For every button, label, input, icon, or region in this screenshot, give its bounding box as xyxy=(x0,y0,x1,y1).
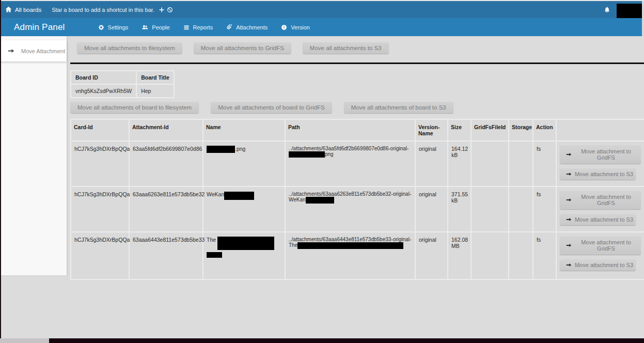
tab-reports[interactable]: Reports xyxy=(183,24,213,30)
window-left-edge xyxy=(0,0,1,343)
move-attachment-to-gridfs-button[interactable]: Move attachment to GridFS xyxy=(560,145,641,164)
path-cell: ../attachments/63aa5fd6df2b6699807e0d86-… xyxy=(285,141,415,186)
star-hint-text: Star a board to add a shortcut in this b… xyxy=(52,7,154,13)
move-board-to-s3-button[interactable]: Move all attachments of board to S3 xyxy=(344,102,453,113)
name-cell: WeKan xyxy=(203,186,285,232)
board-row: vnhg5KsZsdPwXRh5W Hep xyxy=(71,84,174,98)
path-cell: ../attachments/63aaa6443e811e573db5be33-… xyxy=(285,232,415,279)
gridfsfileid-header: GridFsFileId xyxy=(471,119,509,141)
move-attachment-to-gridfs-button[interactable]: Move attachment to GridFS xyxy=(560,236,641,255)
no-entry-icon[interactable] xyxy=(167,7,173,13)
board-table: Board ID Board Title vnhg5KsZsdPwXRh5W H… xyxy=(70,70,175,98)
admin-header-bar: Admin Panel Settings People Reports Atta… xyxy=(0,18,644,36)
size-header: Size xyxy=(448,119,471,141)
redacted-box xyxy=(207,252,222,258)
board-buttons-row: Move all attachments of board to filesys… xyxy=(70,102,644,113)
arrow-right-icon xyxy=(566,197,572,203)
all-boards-label: All boards xyxy=(15,7,41,13)
redacted-user-menu[interactable] xyxy=(617,4,644,18)
size-cell: 371.55 kB xyxy=(448,186,471,232)
buttons-header xyxy=(556,119,644,141)
gear-icon xyxy=(98,24,104,30)
sidebar-item-label: Move Attachment xyxy=(21,48,65,54)
section-divider xyxy=(70,63,644,64)
attachment-id-header: Attachment-Id xyxy=(129,119,203,141)
all-boards-link[interactable]: All boards xyxy=(5,6,41,13)
tab-version[interactable]: Version xyxy=(281,24,310,30)
row-actions-cell: Move attachment to GridFS Move attachmen… xyxy=(556,141,644,186)
info-icon xyxy=(281,24,287,30)
arrow-right-icon xyxy=(566,262,572,268)
move-board-to-gridfs-button[interactable]: Move all attachments of board to GridFS xyxy=(211,102,332,113)
move-all-to-filesystem-button[interactable]: Move all attachments to filesystem xyxy=(77,42,182,54)
move-attachment-to-s3-button[interactable]: Move attachment to S3 xyxy=(560,214,636,225)
list-icon xyxy=(183,24,190,30)
paperclip-icon xyxy=(226,24,232,30)
gridfsfileid-cell xyxy=(471,186,509,232)
tab-settings[interactable]: Settings xyxy=(98,24,129,30)
arrow-right-icon xyxy=(566,217,572,223)
path-header: Path xyxy=(285,119,415,141)
action-cell: fs xyxy=(533,141,556,186)
size-cell: 162.08 MB xyxy=(448,232,471,279)
content-area: Move Attachment Move all attachments to … xyxy=(0,36,644,343)
redacted-box xyxy=(224,192,254,200)
move-board-to-filesystem-button[interactable]: Move all attachments of board to filesys… xyxy=(70,102,199,113)
redacted-box xyxy=(207,146,235,153)
gridfsfileid-cell xyxy=(471,141,509,186)
table-row: hCJ7kSg3hDXrBpQQa 63aaa6443e811e573db5be… xyxy=(71,232,644,279)
size-cell: 164.12 kB xyxy=(448,141,471,186)
move-attachment-to-gridfs-button[interactable]: Move attachment to GridFS xyxy=(560,191,641,209)
move-all-to-s3-button[interactable]: Move all attachments to S3 xyxy=(303,42,389,54)
action-cell: fs xyxy=(533,232,556,279)
board-title-cell: Hep xyxy=(136,84,174,98)
attachment-id-cell: 63aa5fd6df2b6699807e0d86 xyxy=(129,141,203,186)
tab-attachments[interactable]: Attachments xyxy=(226,24,268,30)
main-panel: Move all attachments to filesystem Move … xyxy=(70,36,644,280)
admin-tabs: Settings People Reports Attachments Vers… xyxy=(98,24,310,30)
version-cell: original xyxy=(415,232,448,279)
redacted-box xyxy=(297,242,403,249)
attachments-header-row: Card-Id Attachment-Id Name Path Version-… xyxy=(71,119,644,141)
bottom-dark-bar xyxy=(49,338,644,343)
action-cell: fs xyxy=(533,186,556,232)
row-actions-cell: Move attachment to GridFS Move attachmen… xyxy=(556,186,644,232)
attachment-id-cell: 63aaa6443e811e573db5be33 xyxy=(129,232,203,279)
tab-attachments-label: Attachments xyxy=(236,24,268,30)
global-buttons-row: Move all attachments to filesystem Move … xyxy=(77,42,644,54)
redacted-box xyxy=(289,151,325,158)
horizontal-scrollbar-thumb[interactable] xyxy=(0,338,49,343)
arrow-right-icon xyxy=(566,172,572,177)
redacted-box xyxy=(306,197,334,204)
card-id-cell: hCJ7kSg3hDXrBpQQa xyxy=(71,141,129,186)
add-shortcut-icon[interactable] xyxy=(159,7,165,13)
move-attachment-to-s3-button[interactable]: Move attachment to S3 xyxy=(560,168,636,180)
storage-cell xyxy=(509,232,533,279)
version-name-header: Version-Name xyxy=(415,119,448,141)
move-all-to-gridfs-button[interactable]: Move all attachments to GridFS xyxy=(194,42,291,54)
tab-people[interactable]: People xyxy=(142,24,169,30)
home-icon xyxy=(5,6,12,13)
window-right-edge xyxy=(642,1,644,36)
tab-settings-label: Settings xyxy=(108,24,129,30)
sidebar-item-move-attachment[interactable]: Move Attachment xyxy=(0,40,67,61)
arrow-right-icon xyxy=(566,152,572,158)
tab-version-label: Version xyxy=(291,24,310,30)
version-cell: original xyxy=(415,141,448,186)
people-icon xyxy=(142,24,148,30)
redacted-box xyxy=(217,237,274,250)
version-cell: original xyxy=(415,186,448,232)
move-attachment-to-s3-button[interactable]: Move attachment to S3 xyxy=(560,259,636,271)
table-row: hCJ7kSg3hDXrBpQQa 63aaa6263e811e573db5be… xyxy=(71,186,644,232)
storage-header: Storage xyxy=(509,119,533,141)
arrow-right-icon xyxy=(8,48,14,54)
name-header: Name xyxy=(203,119,285,141)
board-id-header: Board ID xyxy=(71,71,136,84)
storage-cell xyxy=(509,186,533,232)
name-cell: .png xyxy=(203,141,285,186)
table-row: hCJ7kSg3hDXrBpQQa 63aa5fd6df2b6699807e0d… xyxy=(71,141,644,186)
notifications-bell-icon[interactable] xyxy=(604,6,610,13)
storage-cell xyxy=(509,141,533,186)
tab-people-label: People xyxy=(152,24,169,30)
page-title: Admin Panel xyxy=(14,22,65,33)
